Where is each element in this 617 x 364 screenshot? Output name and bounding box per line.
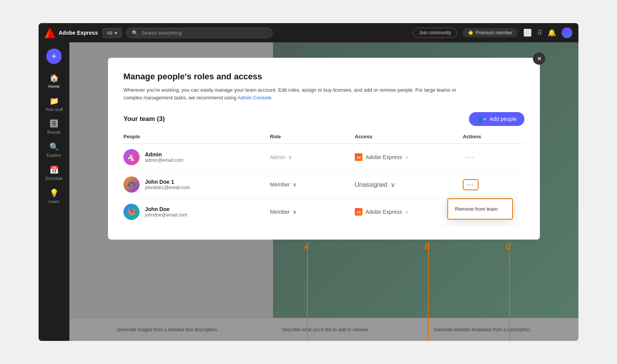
schedule-icon: 📅 [49, 165, 59, 174]
admin-console-link[interactable]: Admin Console [238, 95, 271, 101]
person-email-johndoe: johndoe@email.com [145, 212, 187, 218]
access-badge-johndoe[interactable]: Ae Adobe Express ∨ [355, 208, 408, 216]
filter-dropdown[interactable]: All ▾ [103, 28, 121, 38]
person-name-admin: Admin [145, 151, 184, 158]
access-cell-johndoe: Ae Adobe Express ∨ [355, 208, 463, 216]
col-header-role: Role [270, 134, 355, 139]
manage-roles-modal: ✕ Manage people's roles and access Where… [108, 58, 540, 240]
modal-desc-text: Wherever you're working, you can easily … [123, 87, 456, 101]
access-label-admin: Adobe Express [366, 154, 402, 160]
annotation-label-c: C [506, 242, 511, 251]
person-info-johndoe: John Doe johndoe@email.com [145, 206, 187, 218]
role-badge-johndoe1[interactable]: Member ∨ [270, 181, 297, 188]
brands-icon: 🅱 [50, 119, 58, 128]
access-cell-johndoe1: Unassigned ∨ [355, 181, 463, 188]
access-chevron-icon: ∨ [405, 155, 408, 159]
role-cell-johndoe1: Member ∨ [270, 181, 355, 188]
app-name-label: Adobe Express [59, 30, 98, 36]
person-cell-johndoe: 🐙 John Doe johndoe@email.com [123, 204, 270, 220]
add-people-button[interactable]: 👤+ Add people [469, 112, 524, 126]
person-email-johndoe1: johndoe1@email.com [145, 185, 190, 190]
dropdown-chevron-icon: ▾ [115, 30, 117, 36]
sidebar-item-home[interactable]: 🏠 Home [39, 70, 69, 92]
add-people-label: Add people [489, 116, 517, 122]
person-name-johndoe1: John Doe 1 [145, 179, 190, 185]
modal-description: Wherever you're working, you can easily … [123, 86, 470, 101]
folder-icon: 📁 [49, 96, 59, 106]
add-people-icon: 👤+ [477, 116, 486, 122]
apps-icon[interactable]: ⠿ [537, 29, 542, 37]
user-avatar[interactable] [561, 27, 572, 38]
table-row: 🦄 Admin admin@email.com Admin ∨ [123, 144, 524, 171]
search-placeholder: Search everything [141, 30, 182, 36]
avatar-admin: 🦄 [123, 149, 140, 165]
close-icon: ✕ [537, 55, 542, 62]
sidebar-home-label: Home [48, 84, 59, 89]
access-cell-admin: Ae Adobe Express ∨ [355, 153, 463, 161]
modal-close-button[interactable]: ✕ [533, 52, 545, 65]
actions-cell-admin: ··· [463, 152, 509, 163]
avatar-johndoe1: 🎮 [123, 176, 140, 193]
sidebar: + 🏠 Home 📁 Your stuff 🅱 Brands 🔍 Explore [39, 42, 69, 341]
annotation-line-c [509, 243, 510, 341]
create-button[interactable]: + [46, 49, 62, 64]
role-cell-admin: Admin ∨ [270, 154, 355, 160]
access-badge-admin[interactable]: Ae Adobe Express ∨ [355, 153, 408, 161]
app-window: Adobe Express All ▾ 🔍 Search everything … [39, 23, 578, 341]
access-label-johndoe: Adobe Express [366, 209, 402, 215]
table-row: 🎮 John Doe 1 johndoe1@email.com Member ∨ [123, 171, 524, 198]
sidebar-item-your-stuff[interactable]: 📁 Your stuff [39, 93, 69, 115]
sidebar-schedule-label: Schedule [45, 176, 63, 181]
team-title: Your team (3) [123, 115, 165, 123]
actions-dropdown-johndoe1: Remove from team [447, 198, 513, 220]
sidebar-brands-label: Brands [47, 130, 61, 134]
person-info-admin: Admin admin@email.com [145, 151, 184, 163]
avatar-johndoe: 🐙 [123, 204, 140, 220]
search-bar[interactable]: 🔍 Search everything [126, 28, 273, 38]
col-header-access: Access [355, 134, 463, 139]
search-icon: 🔍 [132, 30, 138, 36]
role-badge-johndoe[interactable]: Member ∨ [270, 209, 297, 215]
sidebar-explore-label: Explore [47, 153, 61, 158]
annotation-line-b [428, 243, 429, 341]
person-info-johndoe1: John Doe 1 johndoe1@email.com [145, 179, 190, 190]
unassigned-label[interactable]: Unassigned ∨ [355, 181, 395, 188]
premium-icon: ⭐ [468, 30, 474, 35]
explore-icon: 🔍 [49, 142, 59, 151]
home-icon: 🏠 [49, 73, 59, 82]
annotation-line-a [307, 243, 308, 341]
person-cell-johndoe1: 🎮 John Doe 1 johndoe1@email.com [123, 176, 270, 193]
person-email-admin: admin@email.com [145, 158, 184, 163]
table-header: People Role Access Actions [123, 134, 524, 144]
team-header: Your team (3) 👤+ Add people [123, 112, 524, 126]
modal-title: Manage people's roles and access [123, 72, 524, 82]
app-background: Adobe Express All ▾ 🔍 Search everything … [0, 0, 617, 364]
remove-from-team-item[interactable]: Remove from team [448, 202, 512, 216]
topbar-right: Join community ⭐ Premium member ⬜ ⠿ 🔔 [413, 27, 572, 38]
sidebar-item-learn[interactable]: 💡 Learn [39, 185, 69, 207]
share-icon[interactable]: ⬜ [523, 29, 532, 37]
access-chevron-icon-johndoe: ∨ [405, 210, 408, 214]
sidebar-item-brands[interactable]: 🅱 Brands [39, 116, 69, 138]
topbar: Adobe Express All ▾ 🔍 Search everything … [39, 23, 578, 42]
actions-button-johndoe1[interactable]: ··· [463, 179, 479, 190]
role-cell-johndoe: Member ∨ [270, 209, 355, 215]
actions-cell-johndoe1: ··· Remove from team [463, 179, 509, 190]
actions-button-admin[interactable]: ··· [463, 152, 477, 163]
join-community-button[interactable]: Join community [413, 28, 457, 38]
sidebar-item-explore[interactable]: 🔍 Explore [39, 139, 69, 161]
col-header-actions: Actions [463, 134, 509, 139]
sidebar-item-schedule[interactable]: 📅 Schedule [39, 162, 69, 184]
content-area: ✕ Manage people's roles and access Where… [69, 42, 578, 341]
premium-member-button[interactable]: ⭐ Premium member [462, 28, 518, 37]
sidebar-your-stuff-label: Your stuff [45, 107, 63, 112]
sidebar-learn-label: Learn [49, 199, 59, 204]
premium-label: Premium member [476, 30, 512, 35]
main-layout: + 🏠 Home 📁 Your stuff 🅱 Brands 🔍 Explore [39, 42, 578, 341]
adobe-express-icon-johndoe: Ae [355, 208, 362, 216]
annotation-label-a: A [303, 242, 309, 251]
modal-overlay: ✕ Manage people's roles and access Where… [69, 42, 578, 341]
annotation-label-b: B [425, 242, 430, 251]
adobe-logo-icon [45, 27, 56, 38]
notifications-icon[interactable]: 🔔 [548, 29, 556, 37]
